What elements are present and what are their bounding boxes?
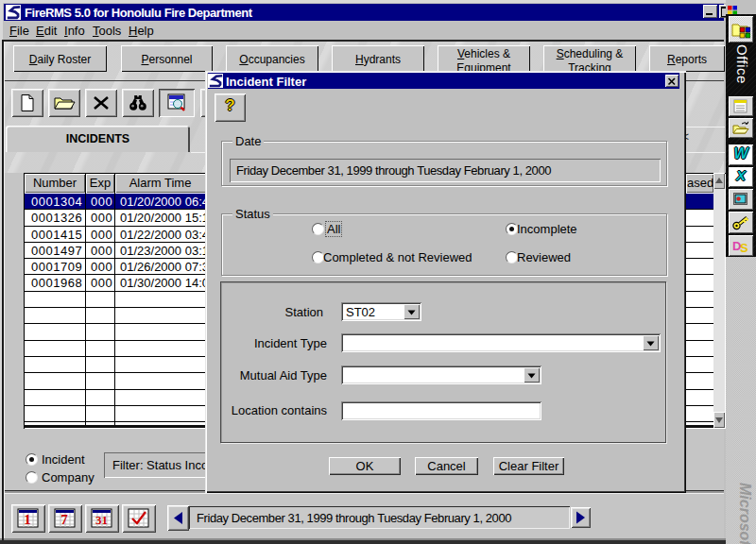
svg-text:7: 7 xyxy=(60,512,68,527)
svg-text:S: S xyxy=(740,241,748,254)
svg-text:1: 1 xyxy=(24,512,31,527)
svg-text:31: 31 xyxy=(95,513,108,527)
